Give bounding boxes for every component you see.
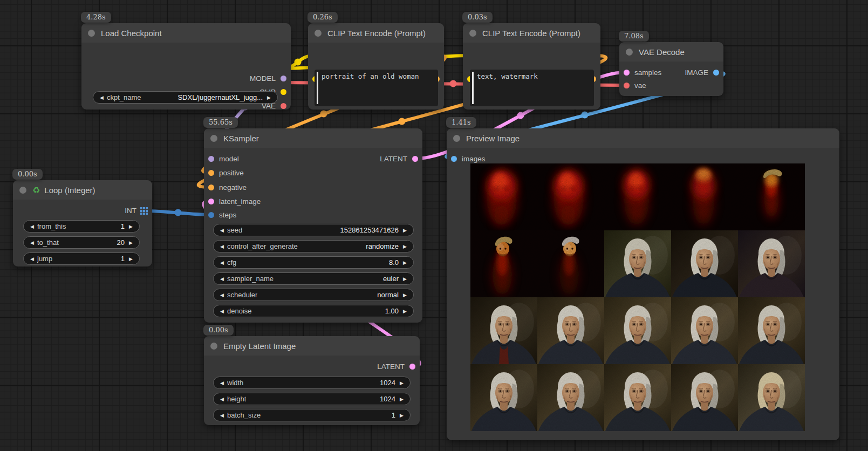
increment-arrow-icon[interactable]: ▶ bbox=[127, 256, 134, 262]
output-image[interactable]: IMAGE bbox=[685, 69, 719, 77]
increment-arrow-icon[interactable]: ▶ bbox=[398, 413, 405, 418]
node-title: Empty Latent Image bbox=[223, 341, 296, 351]
node-loop-integer[interactable]: 0.00s ♻ Loop (Integer) INT ◀ from_this 1… bbox=[13, 180, 152, 266]
decrement-arrow-icon[interactable]: ◀ bbox=[218, 228, 225, 233]
node-title: CLIP Text Encode (Prompt) bbox=[327, 29, 426, 38]
prompt-textarea[interactable]: portrait of an old woman bbox=[315, 70, 438, 106]
execution-time-badge: 7.08s bbox=[619, 31, 649, 42]
node-load-checkpoint[interactable]: 4.28s Load Checkpoint MODEL CLIP VAE ◀ c… bbox=[81, 23, 291, 110]
prompt-textarea[interactable]: text, watermark bbox=[470, 70, 594, 106]
increment-arrow-icon[interactable]: ▶ bbox=[401, 260, 408, 265]
node-titlebar[interactable]: KSampler bbox=[204, 128, 422, 148]
input-steps[interactable]: steps bbox=[208, 211, 236, 219]
increment-arrow-icon[interactable]: ▶ bbox=[401, 309, 408, 314]
decrement-arrow-icon[interactable]: ◀ bbox=[218, 292, 225, 298]
model-port-icon[interactable] bbox=[208, 156, 214, 162]
node-titlebar[interactable]: CLIP Text Encode (Prompt) bbox=[463, 23, 600, 43]
input-images[interactable]: images bbox=[451, 155, 486, 163]
node-preview-image[interactable]: 1.41s Preview Image images bbox=[447, 128, 839, 440]
image-port-icon[interactable] bbox=[713, 70, 719, 76]
decrement-arrow-icon[interactable]: ◀ bbox=[29, 256, 36, 262]
increment-arrow-icon[interactable]: ▶ bbox=[127, 240, 134, 245]
increment-arrow-icon[interactable]: ▶ bbox=[401, 276, 408, 282]
widget-to-that[interactable]: ◀ to_that 20 ▶ bbox=[23, 236, 140, 249]
output-latent[interactable]: LATENT bbox=[377, 363, 415, 371]
image-port-icon[interactable] bbox=[451, 156, 457, 162]
node-titlebar[interactable]: Load Checkpoint bbox=[81, 23, 291, 43]
decrement-arrow-icon[interactable]: ◀ bbox=[218, 380, 225, 386]
widget-denoise[interactable]: ◀ denoise 1.00 ▶ bbox=[213, 305, 414, 317]
increment-arrow-icon[interactable]: ▶ bbox=[401, 228, 408, 233]
node-title: KSampler bbox=[223, 134, 259, 143]
increment-arrow-icon[interactable]: ▶ bbox=[398, 397, 405, 402]
node-titlebar[interactable]: Empty Latent Image bbox=[204, 336, 420, 356]
vae-port-icon[interactable] bbox=[281, 103, 286, 109]
node-ksampler[interactable]: 55.65s KSampler model positive negative … bbox=[204, 128, 422, 323]
conditioning-port-icon[interactable] bbox=[208, 184, 214, 190]
widget-batch-size[interactable]: ◀ batch_size 1 ▶ bbox=[213, 409, 411, 421]
node-clip-text-encode-negative[interactable]: 0.03s CLIP Text Encode (Prompt) clip CON… bbox=[463, 23, 600, 110]
conditioning-port-icon[interactable] bbox=[208, 170, 214, 176]
decrement-arrow-icon[interactable]: ◀ bbox=[218, 309, 225, 314]
preview-cell bbox=[470, 230, 537, 297]
preview-cell bbox=[537, 230, 604, 297]
input-negative[interactable]: negative bbox=[208, 183, 247, 192]
int-list-port-icon[interactable] bbox=[140, 207, 148, 215]
latent-port-icon[interactable] bbox=[409, 364, 415, 370]
widget-scheduler[interactable]: ◀ scheduler normal ▶ bbox=[213, 289, 414, 301]
node-title: VAE Decode bbox=[639, 47, 685, 57]
decrement-arrow-icon[interactable]: ◀ bbox=[218, 276, 225, 282]
widget-ckpt-name[interactable]: ◀ ckpt_name SDXL/juggernautXL_jugg... ▶ bbox=[93, 91, 278, 104]
decrement-arrow-icon[interactable]: ◀ bbox=[29, 240, 36, 245]
decrement-arrow-icon[interactable]: ◀ bbox=[218, 397, 225, 402]
node-titlebar[interactable]: CLIP Text Encode (Prompt) bbox=[308, 23, 444, 43]
widget-height[interactable]: ◀ height 1024 ▶ bbox=[213, 393, 411, 405]
widget-cfg[interactable]: ◀ cfg 8.0 ▶ bbox=[213, 256, 414, 269]
preview-cell bbox=[470, 297, 537, 364]
output-latent[interactable]: LATENT bbox=[380, 155, 418, 163]
node-status-icon bbox=[453, 135, 460, 142]
decrement-arrow-icon[interactable]: ◀ bbox=[218, 244, 225, 249]
increment-arrow-icon[interactable]: ▶ bbox=[401, 244, 408, 249]
node-clip-text-encode-positive[interactable]: 0.26s CLIP Text Encode (Prompt) clip CON… bbox=[308, 23, 444, 110]
node-titlebar[interactable]: VAE Decode bbox=[619, 42, 723, 62]
widget-sampler-name[interactable]: ◀ sampler_name euler ▶ bbox=[213, 272, 414, 285]
widget-seed[interactable]: ◀ seed 152861253471626 ▶ bbox=[213, 224, 414, 236]
input-latent-image[interactable]: latent_image bbox=[208, 197, 261, 206]
widget-control-after-generate[interactable]: ◀ control_after_generate randomize ▶ bbox=[213, 240, 414, 252]
increment-arrow-icon[interactable]: ▶ bbox=[401, 292, 408, 298]
decrement-arrow-icon[interactable]: ◀ bbox=[218, 260, 225, 265]
decrement-arrow-icon[interactable]: ◀ bbox=[218, 413, 225, 418]
node-status-icon bbox=[210, 343, 217, 350]
decrement-arrow-icon[interactable]: ◀ bbox=[98, 95, 105, 100]
node-titlebar[interactable]: ♻ Loop (Integer) bbox=[13, 180, 152, 200]
latent-port-icon[interactable] bbox=[208, 199, 214, 204]
execution-time-badge: 55.65s bbox=[203, 117, 238, 128]
increment-arrow-icon[interactable]: ▶ bbox=[265, 95, 272, 100]
model-port-icon[interactable] bbox=[281, 76, 286, 81]
node-titlebar[interactable]: Preview Image bbox=[447, 128, 839, 148]
node-status-icon bbox=[19, 187, 26, 194]
recycle-icon: ♻ bbox=[32, 185, 40, 195]
latent-port-icon[interactable] bbox=[412, 156, 418, 162]
output-model[interactable]: MODEL bbox=[250, 74, 286, 83]
decrement-arrow-icon[interactable]: ◀ bbox=[29, 224, 36, 229]
input-model[interactable]: model bbox=[208, 155, 239, 163]
node-empty-latent-image[interactable]: 0.00s Empty Latent Image LATENT ◀ width … bbox=[204, 336, 420, 425]
latent-port-icon[interactable] bbox=[624, 70, 630, 76]
input-samples[interactable]: samples bbox=[624, 69, 661, 77]
widget-jump[interactable]: ◀ jump 1 ▶ bbox=[23, 252, 140, 265]
int-port-icon[interactable] bbox=[208, 212, 214, 218]
increment-arrow-icon[interactable]: ▶ bbox=[398, 380, 405, 386]
increment-arrow-icon[interactable]: ▶ bbox=[127, 224, 134, 229]
preview-cell bbox=[604, 297, 671, 364]
vae-port-icon[interactable] bbox=[624, 83, 630, 88]
widget-width[interactable]: ◀ width 1024 ▶ bbox=[213, 377, 411, 389]
input-vae[interactable]: vae bbox=[624, 81, 646, 90]
execution-time-badge: 0.26s bbox=[307, 12, 338, 23]
output-int[interactable]: INT bbox=[125, 207, 148, 215]
widget-from-this[interactable]: ◀ from_this 1 ▶ bbox=[23, 220, 140, 233]
clip-port-icon[interactable] bbox=[281, 89, 286, 95]
input-positive[interactable]: positive bbox=[208, 169, 244, 177]
node-vae-decode[interactable]: 7.08s VAE Decode samples vae IMAGE bbox=[619, 42, 723, 96]
